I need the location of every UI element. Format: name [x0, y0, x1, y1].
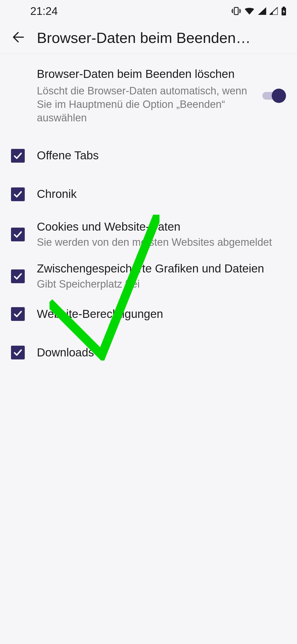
checkbox[interactable]: [11, 149, 25, 163]
option-label: Offene Tabs: [37, 148, 280, 163]
checkbox[interactable]: [11, 228, 25, 241]
settings-list: Browser-Daten beim Beenden löschen Lösch…: [0, 54, 297, 367]
status-bar: 21:24: [0, 0, 297, 22]
master-toggle-label: Browser-Daten beim Beenden löschen: [37, 67, 257, 81]
option-history[interactable]: Chronik: [0, 180, 297, 209]
status-time: 21:24: [30, 5, 58, 17]
wifi-icon: [244, 7, 255, 15]
arrow-left-icon: [12, 31, 24, 45]
vibrate-icon: [232, 7, 241, 15]
master-toggle-switch[interactable]: [262, 90, 286, 102]
option-label: Chronik: [37, 187, 280, 201]
battery-charging-icon: [281, 7, 287, 15]
check-icon: [13, 151, 23, 161]
back-button[interactable]: [7, 27, 29, 49]
checkbox[interactable]: [11, 346, 25, 359]
option-label: Website-Berechtigungen: [37, 307, 280, 321]
svg-rect-0: [234, 7, 238, 15]
master-toggle-sublabel: Löscht die Browser-Daten automatisch, we…: [37, 84, 257, 125]
master-toggle-row[interactable]: Browser-Daten beim Beenden löschen Lösch…: [0, 61, 297, 133]
option-sublabel: Gibt Speicherplatz frei: [37, 277, 280, 291]
option-label: Downloads: [37, 345, 280, 360]
check-icon: [13, 230, 23, 239]
option-cookies[interactable]: Cookies und Website-Daten Sie werden von…: [0, 214, 297, 255]
page-title: Browser-Daten beim Beenden…: [37, 29, 297, 46]
option-downloads[interactable]: Downloads: [0, 338, 297, 367]
option-sublabel: Sie werden von den meisten Websites abge…: [37, 236, 280, 249]
check-icon: [13, 271, 23, 281]
option-label: Cookies und Website-Daten: [37, 220, 280, 234]
checkbox[interactable]: [11, 269, 25, 283]
svg-rect-6: [283, 7, 285, 8]
check-icon: [13, 348, 23, 358]
checkbox[interactable]: [11, 187, 25, 201]
option-open-tabs[interactable]: Offene Tabs: [0, 141, 297, 170]
app-bar: Browser-Daten beim Beenden…: [0, 22, 297, 54]
check-icon: [13, 189, 23, 199]
option-label: Zwischengespeicherte Grafiken und Dateie…: [37, 261, 280, 276]
option-site-permissions[interactable]: Website-Berechtigungen: [0, 300, 297, 328]
check-icon: [13, 309, 23, 319]
signal-full-icon: [258, 7, 266, 15]
status-icons: [232, 7, 287, 15]
signal-partial-icon: [270, 7, 278, 15]
option-cached-images[interactable]: Zwischengespeicherte Grafiken und Dateie…: [0, 256, 297, 297]
checkbox[interactable]: [11, 307, 25, 321]
